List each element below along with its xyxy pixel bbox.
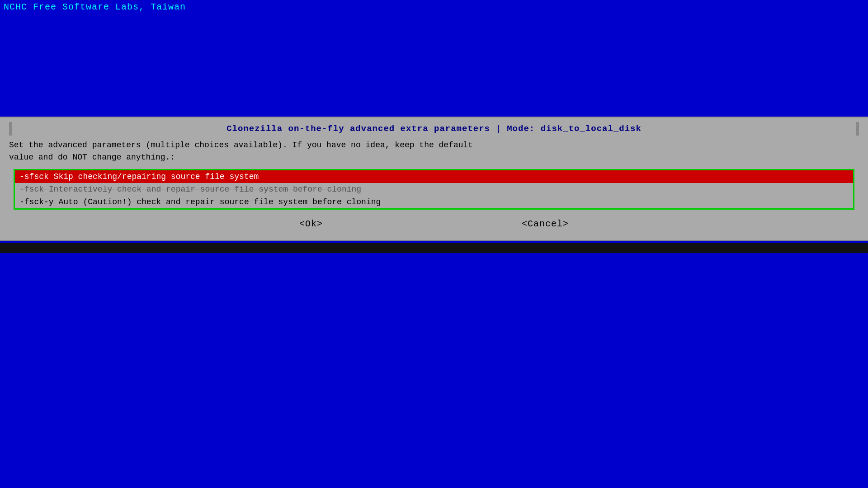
list-item[interactable]: -sfsck Skip checking/repairing source fi…: [15, 170, 853, 183]
ok-button[interactable]: <Ok>: [290, 217, 332, 231]
options-list[interactable]: -sfsck Skip checking/repairing source fi…: [14, 169, 854, 210]
list-item[interactable]: -fsck Interactively check and repair sou…: [15, 183, 853, 196]
description-text: Set the advanced parameters (multiple ch…: [9, 139, 859, 164]
description-line1: Set the advanced parameters (multiple ch…: [9, 139, 859, 151]
button-row: <Ok> <Cancel>: [9, 217, 859, 231]
description-line2: value and do NOT change anything.:: [9, 151, 859, 164]
dialog-title-bar: Clonezilla on-the-fly advanced extra par…: [9, 122, 859, 136]
dialog-title: Clonezilla on-the-fly advanced extra par…: [226, 124, 642, 134]
list-item[interactable]: -fsck-y Auto (Caution!) check and repair…: [15, 196, 853, 208]
bottom-bar: [0, 243, 868, 253]
header-bar: NCHC Free Software Labs, Taiwan: [0, 0, 868, 14]
header-text: NCHC Free Software Labs, Taiwan: [4, 2, 186, 12]
dialog-area: Clonezilla on-the-fly advanced extra par…: [0, 117, 868, 241]
cancel-button[interactable]: <Cancel>: [513, 217, 578, 231]
